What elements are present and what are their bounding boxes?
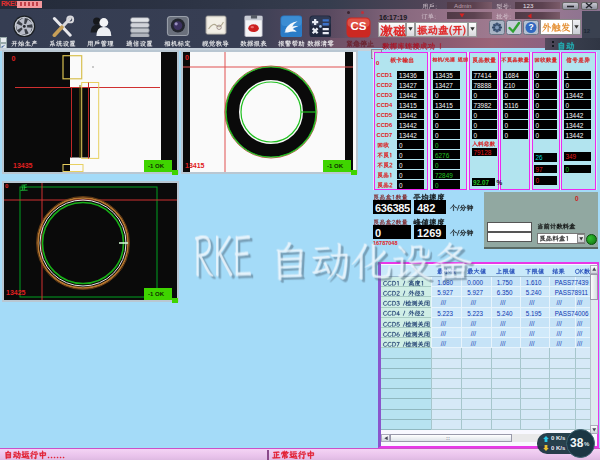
svg-text:?: ?: [528, 22, 533, 32]
